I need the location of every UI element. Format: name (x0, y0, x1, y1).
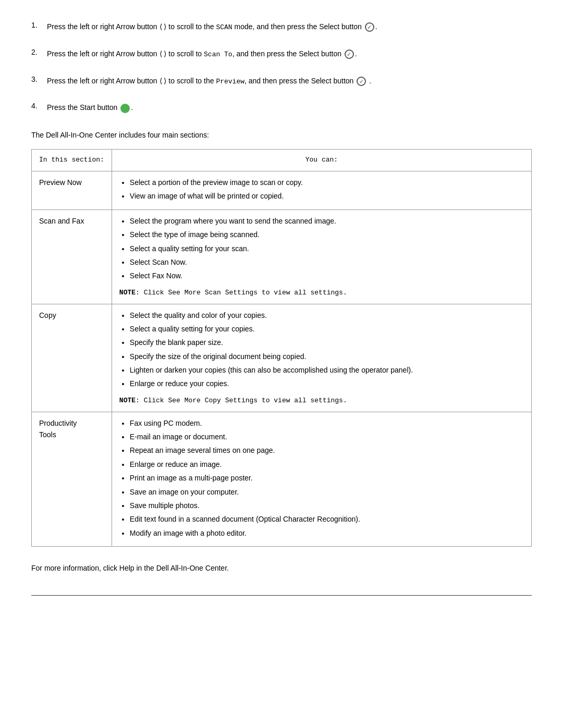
select-icon-3: ✓ (357, 77, 366, 86)
section-preview-now-label: Preview Now (32, 171, 112, 209)
note-body: : Click See More Copy Settings to view a… (136, 397, 347, 404)
step-2: 2. Press the left or right Arrow button … (31, 48, 532, 60)
scan-code: SCAN (216, 23, 232, 31)
table-row-preview-now: Preview Now Select a portion of the prev… (32, 171, 532, 209)
arrow-symbol: ⟨ ⟩ (160, 22, 167, 31)
list-item: E-mail an image or document. (130, 431, 524, 442)
section-scan-fax-content: Select the program where you want to sen… (112, 209, 531, 304)
scan-fax-note: NOTE: Click See More Scan Settings to vi… (119, 287, 524, 299)
arrow-symbol-2: ⟨ ⟩ (160, 50, 167, 58)
step-4: 4. Press the Start button . (31, 102, 532, 113)
list-item: Select a portion of the preview image to… (130, 177, 524, 188)
select-icon-1: ✓ (365, 22, 374, 32)
list-item: Lighten or darken your copies (this can … (130, 364, 524, 376)
step-number-4: 4. (31, 102, 47, 110)
note-label: NOTE (119, 397, 136, 404)
list-item: Select the quality and color of your cop… (130, 310, 524, 321)
section-productivity-content: Fax using PC modem. E-mail an image or d… (112, 412, 531, 547)
section-productivity-label: ProductivityTools (32, 412, 112, 547)
list-item: Select Fax Now. (130, 270, 524, 281)
step-number-1: 1. (31, 21, 47, 29)
section-scan-fax-label: Scan and Fax (32, 209, 112, 304)
step-text-2: Press the left or right Arrow button ⟨ ⟩… (47, 48, 357, 60)
list-item: Select the program where you want to sen… (130, 215, 524, 227)
list-item: Specify the size of the original documen… (130, 351, 524, 362)
step-text-1: Press the left or right Arrow button ⟨ ⟩… (47, 21, 377, 33)
table-header-row: In this section: You can: (32, 150, 532, 171)
section-preview-now-content: Select a portion of the preview image to… (112, 171, 531, 209)
step-text-4: Press the Start button . (47, 102, 133, 113)
arrow-symbol-3: ⟨ ⟩ (160, 77, 167, 85)
list-item: View an image of what will be printed or… (130, 190, 524, 202)
col-header-youcan: You can: (112, 150, 531, 171)
select-icon-2: ✓ (345, 50, 354, 59)
table-row-scan-fax: Scan and Fax Select the program where yo… (32, 209, 532, 304)
list-item: Enlarge or reduce your copies. (130, 378, 524, 389)
step-1: 1. Press the left or right Arrow button … (31, 21, 532, 33)
sections-table: In this section: You can: Preview Now Se… (31, 149, 532, 547)
footer-text: For more information, click Help in the … (31, 562, 532, 574)
list-item: Save an image on your computer. (130, 486, 524, 498)
step-number-2: 2. (31, 48, 47, 56)
list-item: Select Scan Now. (130, 256, 524, 268)
steps-section: 1. Press the left or right Arrow button … (31, 21, 532, 114)
copy-note: NOTE: Click See More Copy Settings to vi… (119, 395, 524, 406)
section-copy-content: Select the quality and color of your cop… (112, 304, 531, 412)
table-row-productivity: ProductivityTools Fax using PC modem. E-… (32, 412, 532, 547)
step-number-3: 3. (31, 75, 47, 83)
note-body: : Click See More Scan Settings to view a… (136, 289, 347, 297)
note-label: NOTE (119, 289, 136, 297)
step-3: 3. Press the left or right Arrow button … (31, 75, 532, 88)
list-item: Select a quality setting for your scan. (130, 243, 524, 254)
table-row-copy: Copy Select the quality and color of you… (32, 304, 532, 412)
list-item: Save multiple photos. (130, 500, 524, 511)
scanto-code: Scan To (204, 51, 232, 58)
section-copy-label: Copy (32, 304, 112, 412)
page-divider (31, 595, 532, 596)
start-icon (120, 104, 130, 113)
list-item: Print an image as a multi-page poster. (130, 472, 524, 484)
list-item: Select the type of image being scanned. (130, 229, 524, 240)
list-item: Edit text found in a scanned document (O… (130, 513, 524, 525)
step-text-3: Press the left or right Arrow button ⟨ ⟩… (47, 75, 371, 88)
list-item: Specify the blank paper size. (130, 337, 524, 348)
intro-text: The Dell All-In-One Center includes four… (31, 129, 532, 141)
list-item: Enlarge or reduce an image. (130, 459, 524, 470)
list-item: Repeat an image several times on one pag… (130, 445, 524, 456)
preview-code: Preview (216, 78, 244, 85)
list-item: Select a quality setting for your copies… (130, 323, 524, 335)
list-item: Modify an image with a photo editor. (130, 527, 524, 539)
col-header-section: In this section: (32, 150, 112, 171)
list-item: Fax using PC modem. (130, 417, 524, 429)
